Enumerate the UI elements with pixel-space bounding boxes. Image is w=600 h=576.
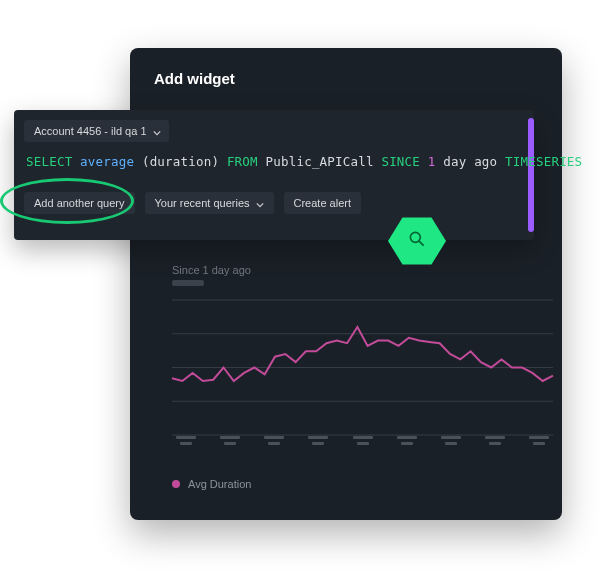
query-token: 1 [428, 154, 443, 169]
recent-queries-label: Your recent queries [155, 197, 250, 209]
chevron-down-icon [256, 199, 264, 207]
search-icon [407, 229, 427, 253]
editor-accent-bar [528, 118, 534, 232]
query-token: SINCE [381, 154, 427, 169]
editor-toolbar: Add another query Your recent queries Cr… [24, 192, 361, 214]
query-token: Public_APICall [266, 154, 382, 169]
svg-point-0 [410, 232, 420, 242]
chart-title: Since 1 day ago [172, 264, 251, 276]
x-tick [220, 436, 240, 450]
chart-series-line [172, 327, 553, 381]
x-tick [397, 436, 417, 450]
account-selector-label: Account 4456 - ild qa 1 [34, 125, 147, 137]
chart-x-ticks [170, 436, 555, 450]
x-tick [353, 436, 373, 450]
x-tick [529, 436, 549, 450]
create-alert-button[interactable]: Create alert [284, 192, 361, 214]
x-tick [308, 436, 328, 450]
x-tick [485, 436, 505, 450]
x-tick [176, 436, 196, 450]
query-code[interactable]: SELECT average (duration) FROM Public_AP… [26, 154, 582, 169]
add-another-query-button[interactable]: Add another query [24, 192, 135, 214]
add-another-query-label: Add another query [34, 197, 125, 209]
chevron-down-icon [153, 127, 161, 135]
query-editor-card: Account 4456 - ild qa 1 SELECT average (… [14, 110, 534, 240]
recent-queries-button[interactable]: Your recent queries [145, 192, 274, 214]
account-selector[interactable]: Account 4456 - ild qa 1 [24, 120, 169, 142]
query-token: average [80, 154, 142, 169]
page-title: Add widget [154, 70, 235, 87]
query-token: day ago [443, 154, 505, 169]
legend-dot [172, 480, 180, 488]
query-token: TIMESERIES [505, 154, 582, 169]
chart-svg [170, 290, 555, 445]
chart-area: Since 1 day ago Avg Duration [170, 276, 555, 496]
query-token: FROM [227, 154, 266, 169]
chart-legend: Avg Duration [172, 478, 251, 490]
svg-line-1 [419, 241, 424, 246]
legend-label: Avg Duration [188, 478, 251, 490]
query-token: (duration) [142, 154, 227, 169]
chart-subtitle-redacted [172, 280, 204, 286]
x-tick [441, 436, 461, 450]
create-alert-label: Create alert [294, 197, 351, 209]
query-token: SELECT [26, 154, 80, 169]
x-tick [264, 436, 284, 450]
